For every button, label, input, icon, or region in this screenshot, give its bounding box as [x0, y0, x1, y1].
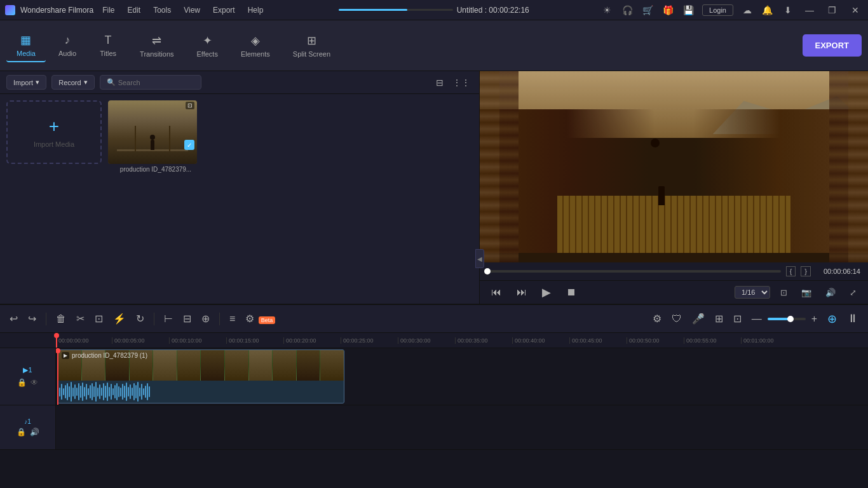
- tab-audio-label: Audio: [58, 50, 76, 57]
- resize-button[interactable]: ⊟: [180, 311, 194, 327]
- search-icon: 🔍: [107, 78, 116, 86]
- ruler-mark-10: 00:00:50:00: [627, 337, 684, 344]
- rotate-button[interactable]: ↻: [133, 311, 147, 327]
- import-dropdown[interactable]: Import ▾: [6, 75, 46, 90]
- subtitle-icon[interactable]: ⊡: [730, 311, 745, 327]
- step-back-button[interactable]: ⏭: [513, 285, 531, 300]
- speed-button[interactable]: ⚡: [110, 311, 129, 327]
- preview-video: [480, 71, 868, 262]
- close-button[interactable]: ✕: [848, 3, 863, 18]
- minimize-button[interactable]: —: [802, 3, 817, 18]
- save-icon[interactable]: 💾: [682, 4, 695, 17]
- clip-audio-background: [58, 381, 344, 403]
- menu-tools[interactable]: Tools: [149, 4, 175, 16]
- play-button[interactable]: ▶: [538, 283, 555, 301]
- video-track-icons: 🔒 👁: [17, 378, 38, 387]
- timeline-scrubber[interactable]: [487, 270, 781, 273]
- delete-button[interactable]: 🗑: [53, 311, 69, 327]
- import-media-button[interactable]: + Import Media: [6, 100, 102, 164]
- screenshot-button[interactable]: 📷: [797, 286, 815, 299]
- tab-elements[interactable]: ◈ Elements: [231, 30, 280, 62]
- tab-titles[interactable]: T Titles: [89, 30, 127, 61]
- align-button[interactable]: ≡: [226, 311, 238, 327]
- timeline-right-controls: ⚙ 🛡 🎤 ⊞ ⊡ — + ⊕ ⏸: [649, 310, 862, 328]
- zoom-out-button[interactable]: —: [749, 311, 765, 327]
- cloud-icon[interactable]: ☁: [741, 4, 754, 17]
- restore-button[interactable]: ❐: [825, 3, 840, 18]
- shield-icon[interactable]: 🛡: [668, 311, 685, 327]
- volume-button[interactable]: 🔊: [822, 286, 839, 299]
- video-eye-button[interactable]: 👁: [31, 378, 38, 387]
- download-icon[interactable]: ⬇: [782, 4, 794, 17]
- thumb-overlay-icon: ⊡: [186, 102, 194, 109]
- tab-splitscreen[interactable]: ⊞ Split Screen: [283, 30, 341, 62]
- brightness-icon[interactable]: ☀: [600, 4, 613, 17]
- search-box: 🔍: [100, 75, 201, 90]
- undo-button[interactable]: ↩: [6, 311, 21, 327]
- stop-button[interactable]: ⏹: [562, 285, 580, 300]
- cut-button[interactable]: ✂: [73, 311, 88, 327]
- bookmark-button[interactable]: ⊕: [198, 311, 213, 327]
- gift-icon[interactable]: 🎁: [661, 4, 674, 17]
- panel-controls: Import ▾ Record ▾ 🔍 ⊟ ⋮⋮: [0, 71, 479, 94]
- audio-volume-button[interactable]: 🔊: [30, 428, 39, 437]
- adjust-icon[interactable]: ⊞: [712, 311, 726, 327]
- redo-button[interactable]: ↪: [25, 311, 39, 327]
- menu-view[interactable]: View: [180, 4, 204, 16]
- fullscreen-button[interactable]: ⊡: [776, 286, 791, 299]
- audio-track-header: ♪1 🔒 🔊: [0, 405, 56, 449]
- tab-transitions-label: Transitions: [140, 50, 173, 58]
- menu-file[interactable]: File: [98, 4, 118, 16]
- notification-icon[interactable]: 🔔: [761, 4, 774, 17]
- login-button[interactable]: Login: [702, 4, 733, 16]
- menu-help[interactable]: Help: [244, 4, 268, 16]
- export-button[interactable]: EXPORT: [803, 34, 862, 57]
- settings-icon[interactable]: ⚙: [649, 311, 665, 327]
- mic-icon[interactable]: 🎤: [689, 311, 708, 327]
- menu-export[interactable]: Export: [209, 4, 239, 16]
- ruler-marks: 00:00:00:00 00:00:05:00 00:00:10:00 00:0…: [56, 337, 868, 344]
- split-button[interactable]: ⊢: [161, 311, 176, 327]
- crop-button[interactable]: ⊡: [92, 311, 106, 327]
- separator3: [219, 313, 220, 325]
- grid-view-icon[interactable]: ⋮⋮: [450, 76, 473, 89]
- track-cursor: [57, 348, 58, 405]
- cart-icon[interactable]: 🛒: [641, 4, 654, 17]
- record-dropdown[interactable]: Record ▾: [51, 75, 94, 90]
- panel-collapse-button[interactable]: ◀: [475, 249, 484, 268]
- preview-time-display: 00:00:06:14: [816, 268, 860, 275]
- headphone-icon[interactable]: 🎧: [621, 4, 634, 17]
- speed-select[interactable]: 1/16: [735, 286, 770, 299]
- tab-effects[interactable]: ✦ Effects: [187, 30, 228, 62]
- audio-lock-button[interactable]: 🔒: [17, 428, 26, 437]
- timeline-ruler: 00:00:00:00 00:00:05:00 00:00:10:00 00:0…: [0, 333, 868, 348]
- tab-media[interactable]: ▦ Media: [6, 29, 46, 62]
- playback-right-controls: 1/16 ⊡ 📷 🔊 ⤢: [735, 286, 860, 299]
- audio-icon: ♪: [65, 34, 71, 47]
- zoom-in-button[interactable]: +: [808, 311, 820, 327]
- media-thumb-name: production ID_4782379...: [108, 164, 203, 175]
- filter-icon[interactable]: ⊟: [433, 76, 446, 89]
- add-track-button[interactable]: ⊕: [824, 310, 840, 328]
- video-lock-button[interactable]: 🔒: [17, 378, 27, 387]
- tab-audio[interactable]: ♪ Audio: [48, 30, 86, 61]
- tab-transitions[interactable]: ⇌ Transitions: [130, 30, 184, 62]
- video-clip[interactable]: ▶ production ID_4782379 (1): [57, 349, 344, 403]
- separator: [46, 313, 46, 325]
- search-input[interactable]: [118, 79, 194, 86]
- fit-button[interactable]: ⤢: [846, 286, 860, 299]
- media-thumbnail[interactable]: ⊡ ✓ production ID_4782379...: [108, 100, 203, 175]
- timeline-cursor-indicator: [56, 333, 57, 348]
- menu-edit[interactable]: Edit: [124, 4, 145, 16]
- record-chevron-icon: ▾: [84, 78, 88, 86]
- preview-panel: { } 00:00:06:14 ⏮ ⏭ ▶ ⏹ 1/16 ⊡ 📷 🔊 ⤢: [480, 71, 868, 304]
- ai-edit-button[interactable]: ⚙ Beta: [242, 311, 278, 327]
- right-bracket-button[interactable]: }: [801, 266, 811, 276]
- track-number-label: ▶1: [23, 366, 32, 374]
- ruler-mark-11: 00:00:55:00: [684, 337, 741, 344]
- left-bracket-button[interactable]: {: [786, 266, 796, 276]
- zoom-slider[interactable]: [768, 318, 806, 320]
- video-track-content: ▶ production ID_4782379 (1): [56, 348, 868, 405]
- prev-frame-button[interactable]: ⏮: [487, 285, 505, 300]
- pause-record-button[interactable]: ⏸: [844, 310, 862, 327]
